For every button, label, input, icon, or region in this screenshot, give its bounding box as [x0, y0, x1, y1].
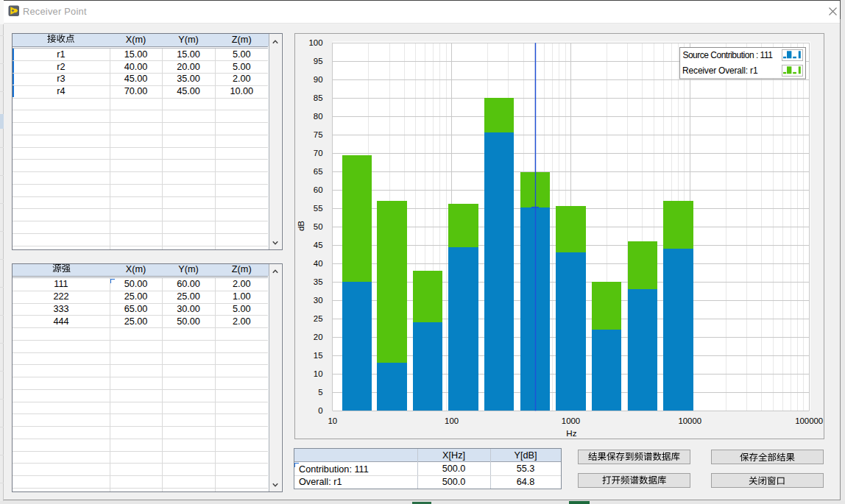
- svg-text:30: 30: [314, 296, 323, 305]
- svg-text:100: 100: [308, 38, 322, 47]
- svg-text:35: 35: [314, 277, 323, 286]
- svg-text:dB: dB: [296, 221, 305, 231]
- svg-text:70: 70: [314, 149, 323, 157]
- svg-text:85: 85: [314, 93, 323, 102]
- svg-text:5: 5: [318, 388, 322, 397]
- svg-text:15: 15: [314, 351, 323, 360]
- svg-text:0: 0: [318, 406, 322, 415]
- svg-text:90: 90: [314, 75, 323, 84]
- svg-text:100000: 100000: [795, 416, 823, 425]
- svg-text:25: 25: [314, 314, 323, 323]
- svg-text:95: 95: [314, 57, 323, 65]
- svg-text:100: 100: [445, 416, 459, 425]
- svg-text:45: 45: [314, 241, 323, 249]
- svg-text:10: 10: [328, 416, 337, 425]
- svg-text:Source Contribution : 111: Source Contribution : 111: [682, 50, 773, 60]
- svg-text:Hz: Hz: [566, 428, 576, 438]
- svg-text:75: 75: [314, 130, 323, 139]
- svg-text:50: 50: [314, 222, 323, 231]
- svg-text:20: 20: [314, 333, 323, 341]
- svg-text:10: 10: [314, 369, 323, 378]
- svg-text:60: 60: [314, 185, 323, 194]
- svg-text:80: 80: [314, 112, 323, 121]
- svg-text:1000: 1000: [562, 416, 580, 425]
- svg-text:55: 55: [314, 204, 323, 213]
- svg-text:Receiver Overall: r1: Receiver Overall: r1: [682, 65, 758, 76]
- svg-text:40: 40: [314, 259, 323, 268]
- svg-text:10000: 10000: [678, 416, 701, 425]
- svg-text:65: 65: [314, 167, 323, 176]
